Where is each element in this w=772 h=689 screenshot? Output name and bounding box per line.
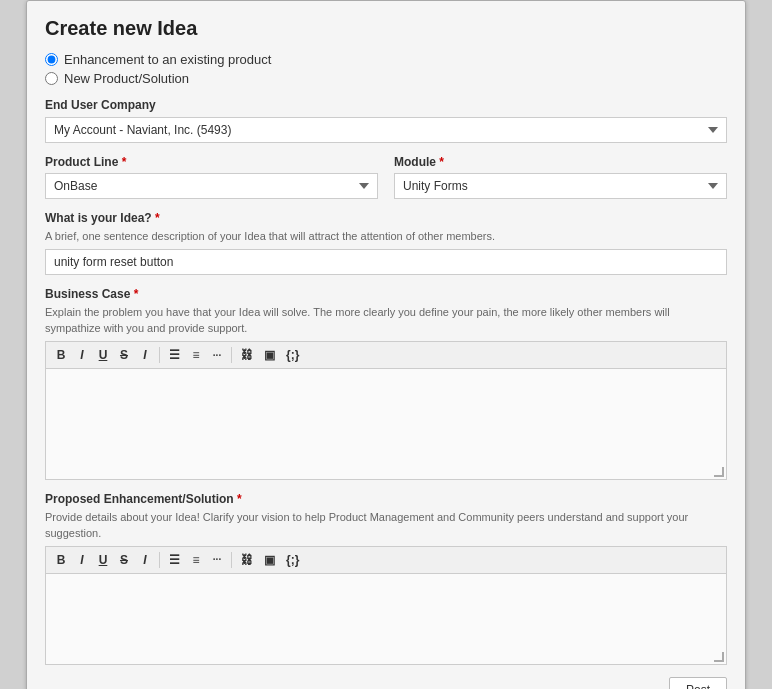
pe-image-button[interactable]: ▣ <box>260 551 279 569</box>
idea-hint: A brief, one sentence description of you… <box>45 229 727 244</box>
image-button[interactable]: ▣ <box>260 346 279 364</box>
idea-input[interactable] <box>45 249 727 275</box>
proposed-enhancement-hint: Provide details about your Idea! Clarify… <box>45 510 727 541</box>
business-case-body[interactable] <box>46 369 726 479</box>
proposed-enhancement-section: Proposed Enhancement/Solution * Provide … <box>45 492 727 665</box>
link-button[interactable]: ⛓ <box>237 346 257 364</box>
radio-enhancement-label: Enhancement to an existing product <box>64 52 271 67</box>
end-user-company-select[interactable]: My Account - Naviant, Inc. (5493) <box>45 117 727 143</box>
more-button[interactable]: ··· <box>208 348 226 363</box>
product-module-row: Product Line * OnBase Module * Unity For… <box>45 155 727 199</box>
pe-toolbar-sep1 <box>159 552 160 568</box>
pe-italic-button[interactable]: I <box>73 551 91 569</box>
post-button[interactable]: Post <box>669 677 727 689</box>
business-case-editor: B I U S I ☰ ≡ ··· ⛓ ▣ {;} <box>45 341 727 480</box>
toolbar-sep2 <box>231 347 232 363</box>
proposed-enhancement-label: Proposed Enhancement/Solution * <box>45 492 727 506</box>
radio-enhancement[interactable]: Enhancement to an existing product <box>45 52 727 67</box>
business-case-toolbar: B I U S I ☰ ≡ ··· ⛓ ▣ {;} <box>46 342 726 369</box>
pe-italic2-button[interactable]: I <box>136 551 154 569</box>
proposed-enhancement-body[interactable] <box>46 574 726 664</box>
bold-button[interactable]: B <box>52 346 70 364</box>
module-label: Module * <box>394 155 727 169</box>
radio-new-product-input[interactable] <box>45 72 58 85</box>
post-row: Post <box>45 677 727 689</box>
pe-toolbar-sep2 <box>231 552 232 568</box>
module-section: Module * Unity Forms <box>394 155 727 199</box>
product-line-select[interactable]: OnBase <box>45 173 378 199</box>
end-user-company-label: End User Company <box>45 98 727 112</box>
idea-section: What is your Idea? * A brief, one senten… <box>45 211 727 275</box>
pe-link-button[interactable]: ⛓ <box>237 551 257 569</box>
end-user-company-section: End User Company My Account - Naviant, I… <box>45 98 727 143</box>
code-button[interactable]: {;} <box>282 346 303 364</box>
product-line-label: Product Line * <box>45 155 378 169</box>
pe-bold-button[interactable]: B <box>52 551 70 569</box>
radio-enhancement-input[interactable] <box>45 53 58 66</box>
pe-underline-button[interactable]: U <box>94 551 112 569</box>
pe-unordered-list-button[interactable]: ≡ <box>187 551 205 569</box>
business-case-hint: Explain the problem you have that your I… <box>45 305 727 336</box>
business-case-section: Business Case * Explain the problem you … <box>45 287 727 480</box>
pe-ordered-list-button[interactable]: ☰ <box>165 551 184 569</box>
proposed-enhancement-toolbar: B I U S I ☰ ≡ ··· ⛓ ▣ {;} <box>46 547 726 574</box>
unordered-list-button[interactable]: ≡ <box>187 346 205 364</box>
page-title: Create new Idea <box>45 17 727 40</box>
radio-new-product-label: New Product/Solution <box>64 71 189 86</box>
underline-button[interactable]: U <box>94 346 112 364</box>
business-case-resize[interactable] <box>714 467 724 477</box>
proposed-enhancement-editor: B I U S I ☰ ≡ ··· ⛓ ▣ {;} <box>45 546 727 665</box>
ordered-list-button[interactable]: ☰ <box>165 346 184 364</box>
idea-field-label: What is your Idea? * <box>45 211 727 225</box>
toolbar-sep1 <box>159 347 160 363</box>
business-case-label: Business Case * <box>45 287 727 301</box>
pe-more-button[interactable]: ··· <box>208 552 226 567</box>
italic-button[interactable]: I <box>73 346 91 364</box>
radio-new-product[interactable]: New Product/Solution <box>45 71 727 86</box>
module-select[interactable]: Unity Forms <box>394 173 727 199</box>
product-line-section: Product Line * OnBase <box>45 155 378 199</box>
pe-code-button[interactable]: {;} <box>282 551 303 569</box>
pe-strikethrough-button[interactable]: S <box>115 551 133 569</box>
strikethrough-button[interactable]: S <box>115 346 133 364</box>
idea-type-group: Enhancement to an existing product New P… <box>45 52 727 86</box>
italic2-button[interactable]: I <box>136 346 154 364</box>
proposed-enhancement-resize[interactable] <box>714 652 724 662</box>
create-idea-dialog: Create new Idea Enhancement to an existi… <box>26 0 746 689</box>
